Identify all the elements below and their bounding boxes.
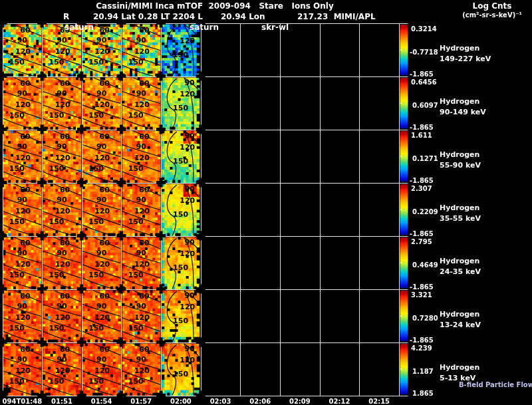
cb-min-label-row0: -1.865 [410, 70, 434, 78]
energy-label-row3: 35-55 keV [440, 215, 481, 223]
cb-min-label-row5: -1.865 [410, 337, 434, 344]
energy-label-row0: 149-227 keV [440, 55, 491, 63]
cb-min-label-row2: -1.865 [410, 177, 434, 184]
energy-label-row4: 24-35 keV [440, 268, 481, 276]
spectrogram-page: Cassini/MIMI Inca mTOF 2009-094 Stare Io… [0, 0, 532, 405]
species-label-row2: Hydrogen [440, 151, 479, 159]
energy-label-row2: 55-90 keV [440, 162, 481, 170]
cb-max-label-row1: 0.6456 [411, 78, 437, 86]
cb-max-label-row6: 4.239 [411, 344, 432, 352]
overlay-label-saturn-2: saturn [190, 23, 219, 32]
ephemeris-group3: 217.23 MIMI/APL [297, 13, 376, 21]
cb-mid-label-row2: 0.1271 [412, 155, 438, 162]
cb-min-label-row1: -1.865 [410, 124, 434, 131]
cb-mid-label-row1: 0.6097 [412, 102, 438, 109]
cb-mid-label-row6: 1.187 [412, 368, 434, 375]
ephemeris-group1: 20.94 Lat 0.28 LT 2204 L [93, 13, 203, 21]
cb-min-label-row4: -1.865 [410, 283, 434, 291]
cb-mid-label-row4: 0.4649 [412, 261, 438, 269]
species-label-row6: Hydrogen [440, 364, 479, 372]
cb-max-label-row4: 2.795 [411, 238, 432, 245]
overlay-label-saturn-1: saturn [65, 23, 94, 32]
cb-mid-label-row0: -0.7718 [410, 49, 438, 56]
page-title: Cassini/MIMI Inca mTOF 2009-094 Stare Io… [13, 2, 416, 11]
colorbar-units-line2: (cm²-sr-s-keV)⁻¹ [456, 11, 528, 19]
cb-max-label-row0: 0.3214 [411, 25, 437, 33]
cb-min-label-row3: -1.865 [410, 230, 434, 237]
overlay-label-skr-wl: skr-wl [261, 23, 289, 32]
cb-max-label-row3: 2.307 [411, 185, 432, 192]
energy-label-row5: 13-24 keV [440, 321, 481, 329]
species-label-row3: Hydrogen [440, 204, 479, 212]
species-label-row1: Hydrogen [440, 98, 479, 106]
cb-max-label-row5: 3.321 [411, 291, 432, 299]
bfield-note: B-field Particle Flow [459, 381, 532, 388]
cb-mid-label-row5: 0.7280 [412, 315, 438, 322]
ephemeris-group2: 20.94 Lon [221, 13, 265, 21]
species-label-row0: Hydrogen [440, 45, 479, 53]
colorbar-units-line1: Log Cnts [456, 2, 528, 11]
cb-mid-label-row3: 0.2209 [412, 208, 438, 215]
cb-min-label-row6: 1.865 [412, 390, 434, 397]
energy-label-row1: 90-149 keV [440, 108, 486, 116]
species-label-row5: Hydrogen [440, 311, 479, 319]
cb-max-label-row2: 1.611 [411, 132, 432, 139]
ephemeris-r-label: R [63, 13, 69, 21]
time-tick-label-9: 02:15 [352, 398, 406, 405]
species-label-row4: Hydrogen [440, 257, 479, 265]
